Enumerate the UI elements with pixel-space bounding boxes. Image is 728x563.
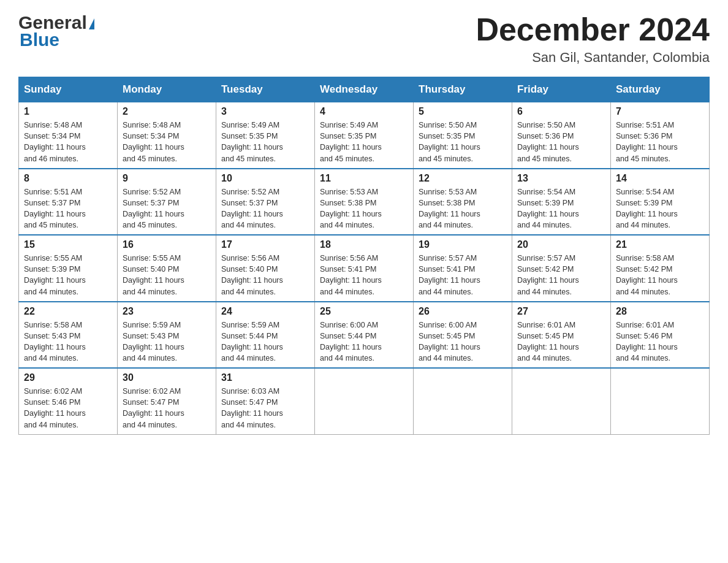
calendar-cell: 9Sunrise: 5:52 AMSunset: 5:37 PMDaylight… [118, 169, 216, 236]
calendar-cell [611, 368, 710, 434]
day-info: Sunrise: 6:01 AMSunset: 5:46 PMDaylight:… [616, 320, 704, 364]
calendar-cell: 18Sunrise: 5:56 AMSunset: 5:41 PMDayligh… [315, 235, 414, 302]
day-info: Sunrise: 5:51 AMSunset: 5:36 PMDaylight:… [616, 120, 704, 164]
day-info: Sunrise: 6:00 AMSunset: 5:44 PMDaylight:… [320, 320, 408, 364]
calendar-week-row: 29Sunrise: 6:02 AMSunset: 5:46 PMDayligh… [19, 368, 710, 434]
day-number: 12 [419, 173, 507, 184]
day-number: 1 [24, 106, 112, 117]
day-info: Sunrise: 6:01 AMSunset: 5:45 PMDaylight:… [517, 320, 605, 364]
day-info: Sunrise: 5:53 AMSunset: 5:38 PMDaylight:… [320, 186, 408, 231]
day-info: Sunrise: 5:50 AMSunset: 5:35 PMDaylight:… [419, 120, 507, 164]
day-number: 5 [419, 106, 507, 117]
day-info: Sunrise: 5:58 AMSunset: 5:43 PMDaylight:… [24, 320, 112, 364]
logo-blue-text: Blue [20, 29, 94, 50]
day-info: Sunrise: 6:02 AMSunset: 5:46 PMDaylight:… [24, 386, 112, 431]
calendar-header-thursday: Thursday [414, 77, 512, 102]
location-title: San Gil, Santander, Colombia [476, 50, 710, 66]
day-info: Sunrise: 5:54 AMSunset: 5:39 PMDaylight:… [616, 186, 704, 231]
day-number: 29 [24, 372, 112, 383]
page-header: General Blue December 2024 San Gil, Sant… [18, 12, 710, 66]
calendar-cell: 6Sunrise: 5:50 AMSunset: 5:36 PMDaylight… [512, 102, 611, 169]
day-number: 27 [517, 306, 605, 317]
calendar-header-sunday: Sunday [19, 77, 118, 102]
calendar-cell: 1Sunrise: 5:48 AMSunset: 5:34 PMDaylight… [19, 102, 118, 169]
day-number: 15 [24, 239, 112, 250]
day-info: Sunrise: 5:59 AMSunset: 5:44 PMDaylight:… [221, 320, 309, 364]
calendar-header-wednesday: Wednesday [315, 77, 414, 102]
calendar-cell [315, 368, 414, 434]
calendar-cell: 31Sunrise: 6:03 AMSunset: 5:47 PMDayligh… [216, 368, 315, 434]
calendar-cell: 2Sunrise: 5:48 AMSunset: 5:34 PMDaylight… [118, 102, 216, 169]
day-info: Sunrise: 5:55 AMSunset: 5:40 PMDaylight:… [123, 253, 211, 297]
calendar-cell: 4Sunrise: 5:49 AMSunset: 5:35 PMDaylight… [315, 102, 414, 169]
calendar-header-saturday: Saturday [611, 77, 710, 102]
calendar-cell: 29Sunrise: 6:02 AMSunset: 5:46 PMDayligh… [19, 368, 118, 434]
calendar-header-tuesday: Tuesday [216, 77, 315, 102]
calendar-cell: 16Sunrise: 5:55 AMSunset: 5:40 PMDayligh… [118, 235, 216, 302]
calendar-cell: 11Sunrise: 5:53 AMSunset: 5:38 PMDayligh… [315, 169, 414, 236]
day-info: Sunrise: 5:54 AMSunset: 5:39 PMDaylight:… [517, 186, 605, 231]
day-number: 4 [320, 106, 408, 117]
day-number: 24 [221, 306, 309, 317]
day-info: Sunrise: 6:02 AMSunset: 5:47 PMDaylight:… [123, 386, 211, 431]
day-info: Sunrise: 5:57 AMSunset: 5:42 PMDaylight:… [517, 253, 605, 297]
calendar-cell: 27Sunrise: 6:01 AMSunset: 5:45 PMDayligh… [512, 302, 611, 369]
calendar-cell: 10Sunrise: 5:52 AMSunset: 5:37 PMDayligh… [216, 169, 315, 236]
title-area: December 2024 San Gil, Santander, Colomb… [476, 12, 710, 66]
calendar-cell: 7Sunrise: 5:51 AMSunset: 5:36 PMDaylight… [611, 102, 710, 169]
calendar-cell: 5Sunrise: 5:50 AMSunset: 5:35 PMDaylight… [414, 102, 512, 169]
calendar-cell [512, 368, 611, 434]
day-info: Sunrise: 6:03 AMSunset: 5:47 PMDaylight:… [221, 386, 309, 431]
day-number: 22 [24, 306, 112, 317]
calendar-header-row: SundayMondayTuesdayWednesdayThursdayFrid… [19, 77, 710, 102]
day-number: 26 [419, 306, 507, 317]
calendar-cell: 23Sunrise: 5:59 AMSunset: 5:43 PMDayligh… [118, 302, 216, 369]
calendar-cell: 13Sunrise: 5:54 AMSunset: 5:39 PMDayligh… [512, 169, 611, 236]
day-info: Sunrise: 5:55 AMSunset: 5:39 PMDaylight:… [24, 253, 112, 297]
day-number: 7 [616, 106, 704, 117]
calendar-week-row: 8Sunrise: 5:51 AMSunset: 5:37 PMDaylight… [19, 169, 710, 236]
day-info: Sunrise: 5:56 AMSunset: 5:40 PMDaylight:… [221, 253, 309, 297]
calendar-cell: 21Sunrise: 5:58 AMSunset: 5:42 PMDayligh… [611, 235, 710, 302]
day-info: Sunrise: 5:49 AMSunset: 5:35 PMDaylight:… [320, 120, 408, 164]
calendar-cell [414, 368, 512, 434]
day-number: 2 [123, 106, 211, 117]
calendar-cell: 15Sunrise: 5:55 AMSunset: 5:39 PMDayligh… [19, 235, 118, 302]
calendar-header-monday: Monday [118, 77, 216, 102]
calendar-cell: 19Sunrise: 5:57 AMSunset: 5:41 PMDayligh… [414, 235, 512, 302]
day-number: 13 [517, 173, 605, 184]
calendar-cell: 22Sunrise: 5:58 AMSunset: 5:43 PMDayligh… [19, 302, 118, 369]
calendar-header-friday: Friday [512, 77, 611, 102]
logo-area: General Blue [18, 12, 94, 50]
day-number: 30 [123, 372, 211, 383]
calendar-cell: 26Sunrise: 6:00 AMSunset: 5:45 PMDayligh… [414, 302, 512, 369]
calendar-cell: 30Sunrise: 6:02 AMSunset: 5:47 PMDayligh… [118, 368, 216, 434]
calendar-cell: 12Sunrise: 5:53 AMSunset: 5:38 PMDayligh… [414, 169, 512, 236]
day-info: Sunrise: 5:49 AMSunset: 5:35 PMDaylight:… [221, 120, 309, 164]
day-info: Sunrise: 5:56 AMSunset: 5:41 PMDaylight:… [320, 253, 408, 297]
calendar-cell: 3Sunrise: 5:49 AMSunset: 5:35 PMDaylight… [216, 102, 315, 169]
calendar-cell: 17Sunrise: 5:56 AMSunset: 5:40 PMDayligh… [216, 235, 315, 302]
day-info: Sunrise: 5:52 AMSunset: 5:37 PMDaylight:… [221, 186, 309, 231]
calendar-cell: 14Sunrise: 5:54 AMSunset: 5:39 PMDayligh… [611, 169, 710, 236]
logo-triangle-icon [89, 18, 94, 29]
day-number: 6 [517, 106, 605, 117]
day-number: 20 [517, 239, 605, 250]
day-info: Sunrise: 5:52 AMSunset: 5:37 PMDaylight:… [123, 186, 211, 231]
day-number: 9 [123, 173, 211, 184]
month-title: December 2024 [476, 12, 710, 47]
day-number: 10 [221, 173, 309, 184]
calendar-cell: 24Sunrise: 5:59 AMSunset: 5:44 PMDayligh… [216, 302, 315, 369]
day-number: 11 [320, 173, 408, 184]
calendar-cell: 8Sunrise: 5:51 AMSunset: 5:37 PMDaylight… [19, 169, 118, 236]
calendar-cell: 25Sunrise: 6:00 AMSunset: 5:44 PMDayligh… [315, 302, 414, 369]
calendar-week-row: 22Sunrise: 5:58 AMSunset: 5:43 PMDayligh… [19, 302, 710, 369]
day-number: 21 [616, 239, 704, 250]
day-number: 3 [221, 106, 309, 117]
day-number: 31 [221, 372, 309, 383]
day-info: Sunrise: 5:50 AMSunset: 5:36 PMDaylight:… [517, 120, 605, 164]
day-info: Sunrise: 6:00 AMSunset: 5:45 PMDaylight:… [419, 320, 507, 364]
day-info: Sunrise: 5:59 AMSunset: 5:43 PMDaylight:… [123, 320, 211, 364]
day-number: 18 [320, 239, 408, 250]
calendar-week-row: 1Sunrise: 5:48 AMSunset: 5:34 PMDaylight… [19, 102, 710, 169]
